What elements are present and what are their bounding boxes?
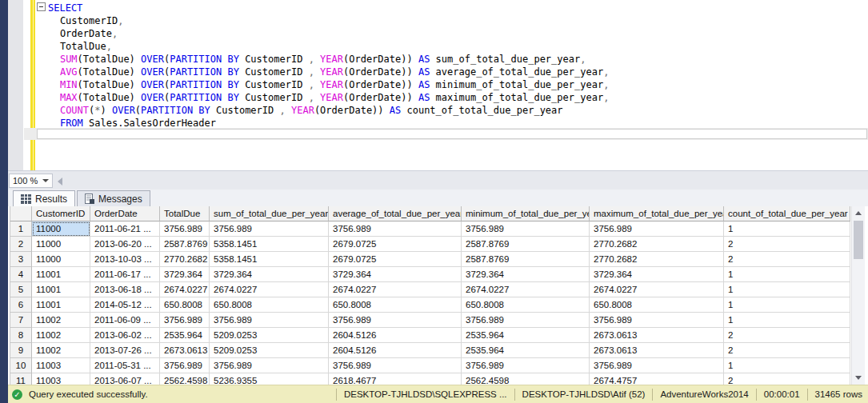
- grid-cell[interactable]: 3756.989: [462, 221, 590, 237]
- row-number[interactable]: 11: [10, 373, 32, 385]
- scroll-down-arrow-icon[interactable]: [855, 376, 862, 380]
- code-line[interactable]: MIN(TotalDue) OVER(PARTITION BY Customer…: [37, 78, 609, 91]
- grid-cell[interactable]: 11003: [32, 358, 90, 373]
- code-line[interactable]: SUM(TotalDue) OVER(PARTITION BY Customer…: [37, 53, 609, 66]
- code-line[interactable]: FROM Sales.SalesOrderHeader: [37, 117, 609, 130]
- grid-cell[interactable]: 2562.4598: [160, 373, 210, 385]
- grid-cell[interactable]: 2674.0227: [210, 282, 329, 297]
- row-number[interactable]: 2: [10, 237, 32, 252]
- grid-cell[interactable]: 2674.0227: [590, 282, 724, 297]
- row-number[interactable]: 4: [10, 267, 32, 282]
- grid-cell[interactable]: 2: [724, 373, 850, 385]
- grid-cell[interactable]: 2618.4677: [329, 373, 462, 385]
- grid-cell[interactable]: 2011-05-31 ...: [90, 358, 160, 373]
- grid-cell[interactable]: 5209.0253: [210, 343, 329, 358]
- grid-cell[interactable]: 11000: [32, 221, 90, 237]
- row-number[interactable]: 5: [10, 282, 32, 297]
- grid-cell[interactable]: 2674.0227: [329, 282, 462, 297]
- grid-cell[interactable]: 2770.2682: [160, 252, 210, 267]
- grid-cell[interactable]: 3756.989: [329, 221, 462, 237]
- grid-corner-cell[interactable]: [10, 206, 32, 221]
- grid-cell[interactable]: 3756.989: [329, 313, 462, 328]
- grid-cell[interactable]: 11000: [32, 252, 90, 267]
- grid-cell[interactable]: 11001: [32, 282, 90, 297]
- grid-cell[interactable]: 2013-06-07 ...: [90, 373, 160, 385]
- grid-cell[interactable]: 2: [724, 343, 850, 358]
- grid-cell[interactable]: 2013-10-03 ...: [90, 252, 160, 267]
- row-number[interactable]: 1: [10, 221, 32, 237]
- grid-cell[interactable]: 3729.364: [590, 267, 724, 282]
- grid-cell[interactable]: 650.8008: [160, 297, 210, 313]
- grid-cell[interactable]: 3756.989: [160, 358, 210, 373]
- grid-cell[interactable]: 2535.964: [160, 328, 210, 343]
- grid-cell[interactable]: 11002: [32, 343, 90, 358]
- column-header[interactable]: maximum_of_total_due_per_year: [590, 206, 724, 221]
- editor-zoom-control[interactable]: 100 %: [9, 174, 53, 188]
- grid-vertical-scrollbar[interactable]: [851, 206, 865, 385]
- grid-cell[interactable]: 2770.2682: [590, 252, 724, 267]
- grid-cell[interactable]: 3756.989: [210, 221, 329, 237]
- grid-cell[interactable]: 2674.0227: [160, 282, 210, 297]
- row-number[interactable]: 3: [10, 252, 32, 267]
- code-line[interactable]: MAX(TotalDue) OVER(PARTITION BY Customer…: [37, 91, 609, 104]
- code-line[interactable]: TotalDue,: [37, 40, 609, 53]
- grid-cell[interactable]: 3756.989: [210, 358, 329, 373]
- tab-messages[interactable]: Messages: [77, 190, 150, 206]
- grid-cell[interactable]: 3756.989: [210, 313, 329, 328]
- grid-cell[interactable]: 2011-06-17 ...: [90, 267, 160, 282]
- chevron-down-icon[interactable]: [42, 179, 49, 182]
- grid-cell[interactable]: 3756.989: [590, 313, 724, 328]
- grid-cell[interactable]: 2587.8769: [160, 237, 210, 252]
- code-line[interactable]: COUNT(*) OVER(PARTITION BY CustomerID , …: [37, 104, 609, 117]
- row-number[interactable]: 7: [10, 313, 32, 328]
- code-line[interactable]: CustomerID,: [37, 14, 609, 27]
- row-number[interactable]: 10: [10, 358, 32, 373]
- grid-cell[interactable]: 3729.364: [329, 267, 462, 282]
- grid-cell[interactable]: 2674.4757: [590, 373, 724, 385]
- grid-cell[interactable]: 2011-06-21 ...: [90, 221, 160, 237]
- grid-cell[interactable]: 2604.5126: [329, 328, 462, 343]
- collapse-minus-icon[interactable]: [37, 2, 46, 11]
- grid-cell[interactable]: 3756.989: [329, 358, 462, 373]
- grid-cell[interactable]: 2674.0227: [462, 282, 590, 297]
- code-line[interactable]: OrderDate,: [37, 27, 609, 40]
- tab-results[interactable]: Results: [13, 190, 75, 206]
- grid-cell[interactable]: 2587.8769: [462, 237, 590, 252]
- hscroll-left-arrow-icon[interactable]: [58, 178, 62, 186]
- grid-cell[interactable]: 2673.0613: [160, 343, 210, 358]
- column-header[interactable]: average_of_total_due_per_year: [329, 206, 462, 221]
- scrollbar-thumb[interactable]: [854, 221, 863, 259]
- code-line[interactable]: AVG(TotalDue) OVER(PARTITION BY Customer…: [37, 66, 609, 78]
- grid-cell[interactable]: 2679.0725: [329, 252, 462, 267]
- grid-cell[interactable]: 650.8008: [462, 297, 590, 313]
- grid-cell[interactable]: 1: [724, 358, 850, 373]
- row-number[interactable]: 6: [10, 297, 32, 313]
- grid-cell[interactable]: 5209.0253: [210, 328, 329, 343]
- row-number[interactable]: 8: [10, 328, 32, 343]
- grid-cell[interactable]: 5358.1451: [210, 252, 329, 267]
- grid-cell[interactable]: 3756.989: [590, 358, 724, 373]
- grid-cell[interactable]: 1: [724, 267, 850, 282]
- grid-cell[interactable]: 2013-06-20 ...: [90, 237, 160, 252]
- code-line[interactable]: SELECT: [37, 2, 609, 14]
- grid-cell[interactable]: 2673.0613: [590, 343, 724, 358]
- grid-cell[interactable]: 3756.989: [462, 313, 590, 328]
- column-header[interactable]: OrderDate: [90, 206, 160, 221]
- grid-cell[interactable]: 2604.5126: [329, 343, 462, 358]
- grid-cell[interactable]: 2673.0613: [590, 328, 724, 343]
- grid-cell[interactable]: 2013-07-26 ...: [90, 343, 160, 358]
- grid-cell[interactable]: 2013-06-18 ...: [90, 282, 160, 297]
- grid-cell[interactable]: 3756.989: [462, 358, 590, 373]
- grid-cell[interactable]: 650.8008: [590, 297, 724, 313]
- column-header[interactable]: sum_of_total_due_per_year: [210, 206, 329, 221]
- grid-cell[interactable]: 1: [724, 221, 850, 237]
- grid-cell[interactable]: 2562.4598: [462, 373, 590, 385]
- column-header[interactable]: CustomerID: [32, 206, 90, 221]
- grid-cell[interactable]: 2679.0725: [329, 237, 462, 252]
- grid-cell[interactable]: 2: [724, 237, 850, 252]
- grid-cell[interactable]: 2013-06-02 ...: [90, 328, 160, 343]
- sql-editor[interactable]: SELECT CustomerID, OrderDate, TotalDue, …: [8, 0, 868, 170]
- grid-cell[interactable]: 3756.989: [590, 221, 724, 237]
- grid-cell[interactable]: 1: [724, 297, 850, 313]
- row-number[interactable]: 9: [10, 343, 32, 358]
